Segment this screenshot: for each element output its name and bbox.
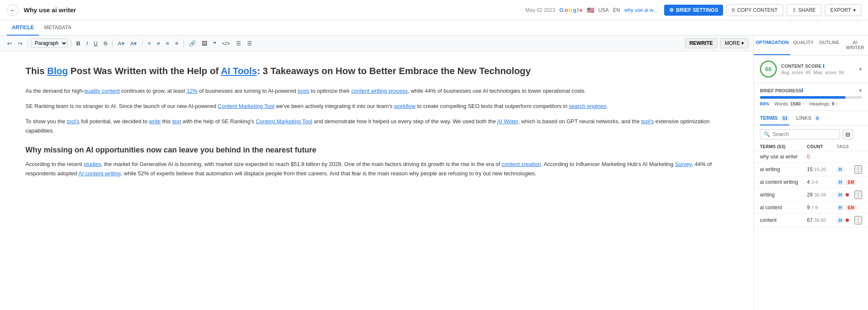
score-label: CONTENT SCORE ℹ <box>781 64 844 69</box>
align-right-button[interactable]: ≡ <box>164 39 172 48</box>
para-3: To show you the tool's full potential, w… <box>25 117 728 136</box>
term-name: writing <box>760 192 807 198</box>
tab-metadata[interactable]: METADATA <box>39 20 77 36</box>
content-score-section: 66 CONTENT SCORE ℹ Avg. score: 65 Max. s… <box>754 55 868 83</box>
main-layout: ↩ ↪ Paragraph Heading 1 Heading 2 Headin… <box>0 36 868 310</box>
brief-progress-bar-bg <box>760 96 862 99</box>
bold-button[interactable]: B <box>74 39 82 48</box>
blog-link[interactable]: Blog <box>47 66 68 76</box>
links-tab[interactable]: LINKS 0 <box>796 115 821 125</box>
quality-content-link[interactable]: quality content <box>84 88 120 94</box>
term-options-button[interactable]: ⋮ <box>854 216 862 224</box>
brief-expand-button[interactable]: ▾ <box>859 87 862 94</box>
term-options-button[interactable]: ⋮ <box>854 191 862 199</box>
term-tags: H EM <box>837 205 862 210</box>
align-center-button[interactable]: ≡ <box>155 39 162 48</box>
term-count: 4 3-4 <box>807 179 837 185</box>
more-button[interactable]: MORE ▾ <box>720 38 748 48</box>
content-marketing-tool-link[interactable]: Content Marketing Tool <box>218 103 274 109</box>
tag-em: EM <box>846 205 856 210</box>
score-info-icon[interactable]: ℹ <box>823 64 824 69</box>
text-link[interactable]: text <box>172 118 181 125</box>
tab-optimization[interactable]: OPTIMIZATION <box>754 36 790 55</box>
percent-link[interactable]: 12% <box>186 88 198 94</box>
tools-link[interactable]: tools <box>298 88 309 94</box>
share-icon: ⇧ <box>792 7 796 13</box>
search-engines-link[interactable]: search engines <box>569 103 606 109</box>
brief-info-icon[interactable]: ℹ <box>801 88 803 93</box>
editor-content[interactable]: This Blog Post Was Written with the Help… <box>0 51 754 310</box>
italic-button[interactable]: I <box>84 39 90 48</box>
right-panel-tabs: OPTIMIZATION QUALITY OUTLINE AI WRITER <box>754 36 868 55</box>
term-name: ai content <box>760 205 807 210</box>
text-color-button[interactable]: A▾ <box>128 39 139 48</box>
copy-content-button[interactable]: ⎘ COPY CONTENT <box>726 4 783 16</box>
cmt-link[interactable]: Content Marketing Tool <box>256 118 312 125</box>
top-bar-actions: ⚙ BRIEF SETTINGS ⎘ COPY CONTENT ⇧ SHARE … <box>664 4 861 16</box>
link-button[interactable]: 🔗 <box>187 39 198 48</box>
image-button[interactable]: 🖼 <box>200 39 209 48</box>
tag-em: EM <box>846 180 856 185</box>
ai-tools-link[interactable]: AI Tools <box>221 66 257 76</box>
score-expand-button[interactable]: ▾ <box>859 66 862 72</box>
write-link[interactable]: write <box>149 118 161 125</box>
tab-bar: ARTICLE METADATA <box>0 20 868 36</box>
words-arrow: ↑ <box>802 101 804 106</box>
strikethrough-button[interactable]: S <box>101 39 109 48</box>
brief-settings-button[interactable]: ⚙ BRIEF SETTINGS <box>664 5 723 16</box>
undo-button[interactable]: ↩ <box>5 39 14 48</box>
term-row: ai content writing 4 3-4 H EM <box>754 177 868 188</box>
tab-outline[interactable]: OUTLINE <box>816 36 842 55</box>
chevron-down-icon: ▾ <box>741 40 744 46</box>
search-input[interactable] <box>773 131 836 137</box>
count-col-header: COUNT <box>807 144 837 149</box>
filter-button[interactable]: ⊟ <box>843 130 853 139</box>
terms-tab[interactable]: TERMS 53 <box>760 115 789 125</box>
ai-content-writing-link[interactable]: AI content writing <box>78 170 121 177</box>
terms-search-area: 🔍 ⊟ <box>754 126 868 143</box>
term-name: ai writing <box>760 166 807 172</box>
back-button[interactable]: ← <box>7 4 19 16</box>
para-1: As the demand for high-quality content c… <box>25 86 728 96</box>
tab-quality[interactable]: QUALITY <box>790 36 816 55</box>
brief-stats: 84% Words: 1580 ↑ Headings: 9 ↑ <box>760 101 862 106</box>
highlight-color-button[interactable]: A▾ <box>116 39 127 48</box>
ordered-list-button[interactable]: ☰ <box>245 39 254 48</box>
dot-red-indicator <box>846 219 849 222</box>
term-options-button[interactable]: ⋮ <box>854 165 862 174</box>
code-button[interactable]: </> <box>220 39 232 48</box>
tab-ai-writer[interactable]: AI WRITER <box>842 36 868 55</box>
tool-link[interactable]: tool's <box>67 118 80 125</box>
paragraph-select[interactable]: Paragraph Heading 1 Heading 2 Heading 3 <box>31 39 68 48</box>
content-writing-link[interactable]: content writing process <box>351 88 408 94</box>
unordered-list-button[interactable]: ☰ <box>234 39 243 48</box>
rewrite-button[interactable]: REWRITE <box>685 38 718 48</box>
share-button[interactable]: ⇧ SHARE <box>787 4 821 16</box>
ai-writer-link[interactable]: AI Writer <box>497 118 518 125</box>
term-count: 29 30-39 <box>807 192 837 198</box>
studies-link[interactable]: studies <box>83 161 101 167</box>
redo-button[interactable]: ↪ <box>16 39 25 48</box>
gear-icon: ⚙ <box>669 7 674 13</box>
content-creation-link[interactable]: content creation <box>502 161 541 167</box>
search-icon: 🔍 <box>764 131 770 137</box>
align-justify-button[interactable]: ≡ <box>173 39 181 48</box>
para-4: According to the recent studies, the mar… <box>25 160 728 178</box>
country-label: USA <box>598 7 609 13</box>
term-row: ai content 9 7-9 H EM <box>754 202 868 213</box>
right-panel: OPTIMIZATION QUALITY OUTLINE AI WRITER 6… <box>754 36 868 310</box>
terms-badge: 53 <box>780 116 789 121</box>
workflow-link[interactable]: workflow <box>394 103 416 109</box>
underline-button[interactable]: U <box>92 39 100 48</box>
survey-link[interactable]: Survey <box>675 161 692 167</box>
tab-article[interactable]: ARTICLE <box>7 20 39 36</box>
tool2-link[interactable]: tool's <box>641 118 654 125</box>
score-details: Avg. score: 65 Max. score: 84 <box>781 70 844 75</box>
export-button[interactable]: EXPORT ▾ <box>825 4 861 16</box>
tag-h: H <box>837 180 844 185</box>
article-heading-2: Why missing on AI opportunities now can … <box>25 146 728 155</box>
align-left-button[interactable]: ≡ <box>145 39 153 48</box>
quote-button[interactable]: ❝ <box>211 39 218 48</box>
terms-list: why use ai writer 0 ai writing 15 15-20 … <box>754 151 868 310</box>
term-count: 15 15-20 <box>807 166 837 172</box>
